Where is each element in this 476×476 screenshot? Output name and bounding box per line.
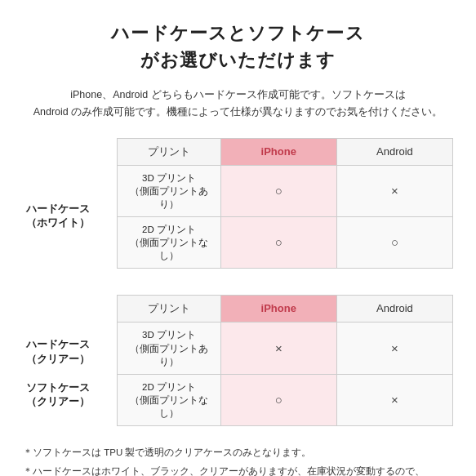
description-text: iPhone、Android どちらもハードケース作成可能です。ソフトケースは … (23, 87, 453, 122)
row-1-print: 3D プリント（側面プリントあり） (118, 165, 220, 216)
table-section-2: プリント iPhone Android ハードケース（クリアー）ソフトケース（ク… (23, 295, 453, 426)
col-header-print-2: プリント (118, 296, 220, 323)
row-3-android: × (336, 323, 452, 374)
col-header-iphone-2: iPhone (220, 296, 336, 323)
note-2: ＊ハードケースはホワイト、ブラック、クリアーがありますが、在庫状況が変動するので… (23, 463, 453, 476)
row-1-android: × (336, 165, 452, 216)
row-1-iphone: ○ (220, 165, 336, 216)
note-1: ＊ソフトケースは TPU 製で透明のクリアケースのみとなります。 (23, 444, 453, 461)
table-section-1: プリント iPhone Android ハードケース（ホワイト） 3D プリント… (23, 138, 453, 269)
row-4-android: × (336, 374, 452, 425)
row-3-print: 3D プリント（側面プリントあり） (118, 323, 220, 374)
col-header-android-1: Android (336, 138, 452, 165)
row-3-iphone: × (220, 323, 336, 374)
col-header-print-1: プリント (118, 138, 220, 165)
row-2-iphone: ○ (220, 216, 336, 268)
row-4-print: 2D プリント（側面プリントなし） (118, 374, 220, 425)
row-4-iphone: ○ (220, 374, 336, 425)
main-title: ハードケースとソフトケース がお選びいただけます (23, 20, 453, 73)
row-2-android: ○ (336, 216, 452, 268)
col-header-android-2: Android (336, 296, 452, 323)
row-2-print: 2D プリント（側面プリントなし） (118, 216, 220, 268)
row-group-label-1: ハードケース（ホワイト） (23, 165, 118, 269)
col-header-iphone-1: iPhone (220, 138, 336, 165)
row-group-label-2: ハードケース（クリアー）ソフトケース（クリアー） (23, 323, 118, 426)
notes-section: ＊ソフトケースは TPU 製で透明のクリアケースのみとなります。 ＊ハードケース… (23, 441, 453, 476)
